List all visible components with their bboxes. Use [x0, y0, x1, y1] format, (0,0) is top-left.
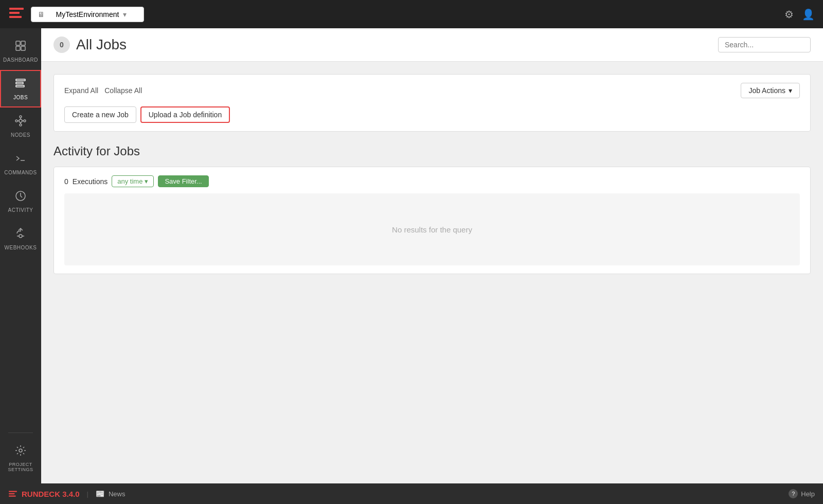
sidebar-item-jobs[interactable]: JOBS — [0, 70, 41, 107]
svg-point-10 — [19, 119, 22, 122]
sidebar-item-webhooks-label: WEBHOOKS — [5, 245, 37, 250]
app-name: RUNDECK 3.4.0 — [22, 490, 80, 498]
svg-point-21 — [19, 235, 22, 238]
no-results-area: No results for the query — [64, 193, 800, 265]
svg-rect-24 — [9, 493, 14, 494]
collapse-all-button[interactable]: Collapse All — [104, 86, 142, 95]
expand-all-button[interactable]: Expand All — [64, 86, 98, 95]
svg-rect-5 — [16, 46, 20, 50]
gear-icon[interactable]: ⚙ — [784, 8, 794, 21]
sidebar-item-dashboard-label: DASHBOARD — [3, 57, 38, 63]
svg-rect-3 — [16, 41, 20, 45]
svg-rect-0 — [9, 8, 24, 10]
svg-point-14 — [20, 124, 22, 126]
news-label[interactable]: News — [109, 490, 126, 498]
project-settings-icon — [14, 444, 27, 460]
news-icon: 📰 — [96, 490, 104, 498]
sidebar-item-nodes-label: NODES — [11, 132, 30, 138]
svg-rect-8 — [16, 82, 23, 84]
bottombar-left: RUNDECK 3.4.0 | 📰 News — [8, 489, 125, 498]
sidebar-item-commands[interactable]: COMMANDS — [0, 145, 41, 183]
activity-icon — [14, 190, 27, 205]
layout: DASHBOARD JOBS — [0, 28, 823, 483]
sidebar-item-nodes[interactable]: NODES — [0, 107, 41, 145]
search-input[interactable] — [718, 37, 811, 52]
svg-rect-9 — [16, 85, 24, 87]
anytime-arrow: ▾ — [145, 177, 148, 185]
help-icon: ? — [789, 489, 798, 498]
page-title: All Jobs — [76, 37, 127, 53]
sidebar-divider — [8, 433, 33, 433]
upload-job-definition-button[interactable]: Upload a Job definition — [140, 106, 230, 123]
job-buttons: Create a new Job Upload a Job definition — [64, 106, 800, 123]
svg-rect-23 — [9, 491, 17, 492]
anytime-label: any time — [117, 177, 142, 185]
job-actions-label: Job Actions — [748, 86, 785, 95]
topbar-right: ⚙ 👤 — [784, 8, 815, 21]
bottombar: RUNDECK 3.4.0 | 📰 News ? Help — [0, 483, 823, 504]
activity-section-title: Activity for Jobs — [53, 144, 811, 158]
svg-rect-6 — [21, 46, 25, 50]
svg-point-11 — [15, 120, 17, 122]
sidebar-item-project-settings[interactable]: PROJECTSETTINGS — [0, 437, 41, 479]
sidebar-item-dashboard[interactable]: DASHBOARD — [0, 32, 41, 70]
sidebar: DASHBOARD JOBS — [0, 28, 41, 483]
sidebar-item-activity[interactable]: ACTIVITY — [0, 183, 41, 220]
env-name: MyTestEnvironment — [56, 10, 119, 19]
content-area: Expand All Collapse All Job Actions ▾ Cr… — [41, 62, 823, 483]
user-icon[interactable]: 👤 — [802, 8, 815, 21]
svg-rect-25 — [9, 495, 16, 496]
save-filter-button[interactable]: Save Filter... — [158, 175, 208, 187]
main-content: 0 All Jobs Expand All Collapse All Job A… — [41, 28, 823, 483]
activity-header: 0 Executions any time ▾ Save Filter... — [64, 175, 800, 187]
help-button[interactable]: ? Help — [789, 489, 815, 498]
nodes-icon — [14, 115, 27, 130]
executions-label: Executions — [73, 177, 108, 186]
bottombar-logo-icon — [8, 489, 17, 498]
job-count-badge: 0 — [53, 37, 70, 53]
svg-point-22 — [19, 449, 22, 452]
chevron-down-icon: ▾ — [123, 10, 137, 19]
svg-point-12 — [24, 120, 26, 122]
topbar-left: 🖥 MyTestEnvironment ▾ — [8, 5, 144, 24]
sidebar-item-activity-label: ACTIVITY — [8, 207, 33, 213]
no-results-text: No results for the query — [392, 225, 472, 234]
page-title-area: 0 All Jobs — [53, 37, 127, 53]
sidebar-item-project-settings-label: PROJECTSETTINGS — [8, 462, 33, 472]
help-label: Help — [801, 490, 815, 498]
job-actions-button[interactable]: Job Actions ▾ — [741, 83, 800, 98]
environment-dropdown[interactable]: 🖥 MyTestEnvironment ▾ — [31, 7, 144, 22]
svg-rect-4 — [21, 41, 25, 45]
env-icon: 🖥 — [38, 10, 52, 19]
commands-icon — [14, 152, 27, 168]
page-header: 0 All Jobs — [41, 28, 823, 62]
svg-rect-1 — [9, 12, 20, 14]
topbar: 🖥 MyTestEnvironment ▾ ⚙ 👤 — [0, 0, 823, 28]
dashboard-icon — [14, 40, 27, 55]
create-new-job-button[interactable]: Create a new Job — [64, 106, 136, 123]
bottombar-separator: | — [87, 490, 88, 498]
expand-collapse-links: Expand All Collapse All — [64, 86, 142, 95]
jobs-card-header: Expand All Collapse All Job Actions ▾ — [64, 83, 800, 98]
job-actions-arrow: ▾ — [789, 86, 792, 95]
sidebar-item-commands-label: COMMANDS — [4, 170, 37, 175]
executions-count: 0 — [64, 177, 68, 186]
sidebar-item-jobs-label: JOBS — [13, 95, 28, 100]
webhooks-icon — [14, 227, 27, 243]
jobs-icon — [14, 77, 27, 93]
anytime-dropdown[interactable]: any time ▾ — [112, 175, 154, 187]
rundeck-logo — [8, 5, 25, 24]
activity-card: 0 Executions any time ▾ Save Filter... N… — [53, 167, 811, 274]
svg-rect-2 — [9, 16, 22, 18]
sidebar-item-webhooks[interactable]: WEBHOOKS — [0, 220, 41, 258]
svg-point-13 — [20, 116, 22, 118]
jobs-card: Expand All Collapse All Job Actions ▾ Cr… — [53, 74, 811, 132]
svg-rect-7 — [16, 79, 25, 81]
